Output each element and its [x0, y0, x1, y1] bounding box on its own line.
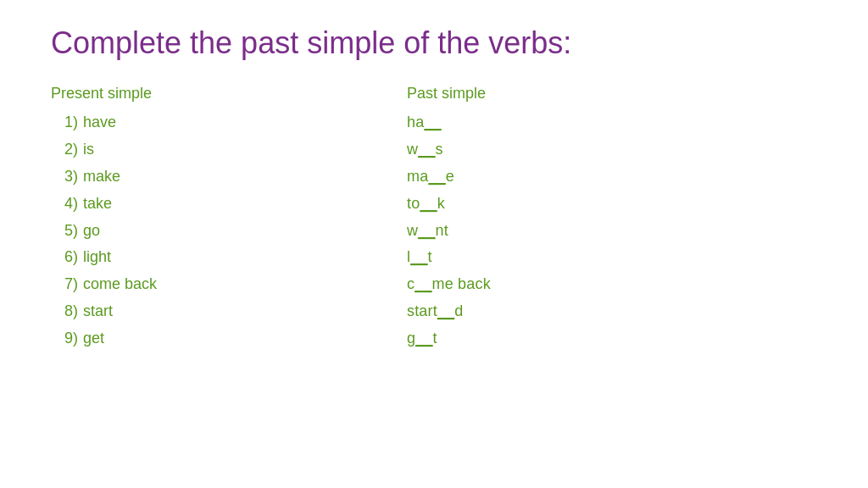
- present-verb: go: [83, 219, 100, 243]
- blank-space: __: [410, 248, 427, 265]
- item-number: 6): [51, 246, 78, 269]
- past-simple-header: Past simple: [407, 85, 763, 103]
- past-simple-column: Past simple ha__w__sma__eto__kw__ntl__tc…: [407, 85, 763, 463]
- item-number: 4): [51, 192, 78, 216]
- list-item: w__s: [407, 138, 763, 162]
- past-verb: c__me back: [407, 273, 491, 297]
- item-number: 7): [51, 273, 78, 297]
- past-verb: start__d: [407, 300, 464, 324]
- blank-space: __: [428, 168, 445, 185]
- blank-space: __: [424, 114, 441, 130]
- present-verb: come back: [83, 273, 157, 297]
- list-item: 8)start: [51, 300, 407, 324]
- past-verb: w__nt: [407, 219, 448, 243]
- present-verb: have: [83, 111, 116, 135]
- item-number: 8): [51, 300, 78, 324]
- list-item: c__me back: [407, 273, 763, 297]
- list-item: to__k: [407, 192, 763, 216]
- present-verb: light: [83, 246, 111, 269]
- list-item: ha__: [407, 111, 763, 135]
- list-item: w__nt: [407, 219, 763, 243]
- blank-space: __: [437, 302, 454, 319]
- blank-space: __: [415, 275, 431, 292]
- page-title: Complete the past simple of the verbs:: [51, 25, 817, 61]
- blank-space: __: [415, 330, 432, 347]
- present-verb: get: [83, 327, 104, 351]
- present-verb: is: [83, 138, 94, 162]
- present-verb: start: [83, 300, 113, 324]
- list-item: 6)light: [51, 246, 407, 269]
- list-item: l__t: [407, 246, 763, 269]
- list-item: 7)come back: [51, 273, 407, 297]
- past-verb: l__t: [407, 246, 432, 269]
- past-verb: w__s: [407, 138, 443, 162]
- present-verb: take: [83, 192, 112, 216]
- item-number: 2): [51, 138, 78, 162]
- present-simple-header: Present simple: [51, 85, 407, 103]
- list-item: 3)make: [51, 165, 407, 189]
- list-item: 2)is: [51, 138, 407, 162]
- main-content: Present simple 1)have2)is3)make4)take5)g…: [51, 85, 817, 463]
- past-verb: ma__e: [407, 165, 454, 189]
- list-item: 9)get: [51, 327, 407, 351]
- blank-space: __: [418, 222, 435, 239]
- item-number: 9): [51, 327, 78, 351]
- blank-space: __: [420, 195, 437, 212]
- list-item: 4)take: [51, 192, 407, 216]
- list-item: g__t: [407, 327, 763, 351]
- item-number: 1): [51, 111, 78, 135]
- past-verb: ha__: [407, 111, 442, 135]
- present-verb: make: [83, 165, 120, 189]
- past-verb: g__t: [407, 327, 437, 351]
- item-number: 3): [51, 165, 78, 189]
- list-item: start__d: [407, 300, 763, 324]
- list-item: ma__e: [407, 165, 763, 189]
- item-number: 5): [51, 219, 78, 243]
- list-item: 5)go: [51, 219, 407, 243]
- list-item: 1)have: [51, 111, 407, 135]
- present-simple-column: Present simple 1)have2)is3)make4)take5)g…: [51, 85, 407, 463]
- past-verb: to__k: [407, 192, 445, 216]
- blank-space: __: [418, 141, 435, 158]
